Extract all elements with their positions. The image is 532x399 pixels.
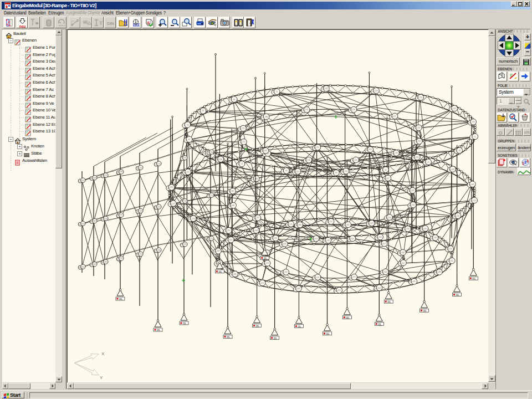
svg-text:S: S	[147, 21, 150, 25]
svg-text:712: 712	[136, 254, 139, 256]
svg-text:529: 529	[370, 222, 374, 224]
svg-text:697: 697	[117, 258, 120, 260]
svg-text:502: 502	[227, 239, 229, 242]
svg-text:361: 361	[347, 224, 350, 226]
svg-text:256: 256	[274, 237, 278, 239]
svg-text:544: 544	[431, 238, 434, 240]
svg-text:305: 305	[264, 150, 268, 152]
svg-text:432: 432	[448, 260, 451, 263]
svg-text:193: 193	[305, 109, 309, 111]
svg-text:180: 180	[239, 128, 242, 130]
svg-text:348: 348	[409, 204, 412, 207]
svg-text:453: 453	[375, 288, 378, 290]
svg-text:571: 571	[352, 276, 356, 278]
svg-text:214: 214	[417, 127, 421, 129]
svg-text:201: 201	[350, 109, 352, 111]
svg-text:474: 474	[258, 283, 261, 285]
svg-text:221: 221	[473, 200, 476, 202]
svg-text:306: 306	[262, 150, 264, 152]
svg-text:95: 95	[276, 91, 278, 93]
svg-text:82: 82	[200, 111, 201, 113]
svg-text:522: 522	[330, 221, 333, 223]
svg-text:32: 32	[385, 169, 387, 171]
svg-text:404: 404	[294, 171, 296, 173]
svg-text:144: 144	[395, 152, 398, 154]
svg-text:228: 228	[457, 215, 460, 217]
svg-text:25: 25	[427, 161, 429, 163]
svg-text:676: 676	[104, 218, 108, 220]
svg-text:726: 726	[157, 249, 161, 252]
svg-text:536: 536	[406, 228, 410, 230]
svg-text:68: 68	[186, 139, 187, 141]
svg-text:736: 736	[183, 200, 187, 202]
svg-text:466: 466	[297, 288, 300, 290]
svg-text:642: 642	[79, 180, 81, 182]
svg-text:DIN: DIN	[107, 21, 114, 26]
svg-text:746: 746	[210, 151, 213, 154]
svg-text:523: 523	[327, 221, 330, 223]
svg-text:Y: Y	[100, 375, 103, 380]
svg-text:661: 661	[93, 220, 96, 222]
svg-text:424: 424	[411, 190, 415, 192]
svg-text:236: 236	[421, 228, 424, 231]
svg-text:67: 67	[188, 139, 191, 141]
svg-text:488: 488	[216, 263, 218, 265]
svg-text:X: X	[101, 351, 105, 356]
svg-text:459: 459	[338, 289, 341, 291]
svg-text:270: 270	[192, 218, 195, 220]
svg-text:667: 667	[90, 264, 93, 266]
svg-text:271: 271	[189, 218, 192, 221]
svg-text:473: 473	[261, 282, 264, 284]
svg-text:187: 187	[262, 116, 265, 119]
svg-text:264: 264	[224, 231, 227, 233]
svg-text:326: 326	[416, 156, 419, 158]
svg-text:123: 123	[453, 108, 456, 110]
svg-text:313: 313	[314, 147, 316, 149]
svg-text:635: 635	[398, 252, 401, 254]
svg-text:neu: neu	[19, 24, 26, 28]
svg-text:341: 341	[468, 184, 471, 186]
svg-text:757: 757	[207, 238, 210, 241]
svg-text:158: 158	[308, 159, 311, 161]
svg-text:298: 298	[219, 158, 223, 161]
svg-text:641: 641	[81, 180, 85, 182]
svg-text:327: 327	[413, 157, 416, 159]
svg-text:652: 652	[79, 267, 81, 269]
svg-text:299: 299	[217, 159, 219, 161]
svg-text:103: 103	[322, 88, 325, 90]
svg-text:672: 672	[101, 175, 104, 177]
svg-text:439: 439	[435, 272, 438, 274]
svg-text:732: 732	[181, 157, 183, 160]
svg-text:741: 741	[183, 243, 187, 245]
svg-text:681: 681	[104, 261, 108, 263]
svg-text:194: 194	[303, 110, 305, 112]
svg-text:179: 179	[242, 127, 245, 130]
svg-text:DW: DW	[524, 62, 528, 65]
svg-text:620: 620	[351, 238, 355, 240]
svg-text:229: 229	[454, 216, 457, 218]
svg-text:662: 662	[90, 221, 93, 223]
svg-text:438: 438	[438, 271, 441, 273]
svg-text:278: 278	[169, 203, 172, 206]
svg-text:656: 656	[93, 177, 96, 179]
svg-text:46: 46	[285, 170, 288, 172]
svg-text:102: 102	[325, 88, 328, 90]
svg-text:138: 138	[415, 141, 418, 143]
svg-text:607: 607	[280, 244, 283, 246]
svg-text:627: 627	[383, 243, 386, 245]
svg-text:263: 263	[227, 229, 231, 232]
svg-text:628: 628	[380, 243, 383, 245]
svg-text:117: 117	[417, 97, 420, 99]
svg-text:425: 425	[408, 190, 411, 192]
svg-text:257: 257	[272, 238, 274, 240]
svg-text:222: 222	[470, 200, 473, 202]
svg-text:403: 403	[296, 171, 300, 173]
svg-text:208: 208	[391, 116, 393, 118]
svg-text:333: 333	[451, 168, 454, 171]
svg-text:564: 564	[384, 271, 387, 273]
svg-text:61: 61	[204, 153, 206, 155]
svg-text:586: 586	[282, 272, 284, 274]
svg-text:621: 621	[349, 238, 351, 241]
svg-text:696: 696	[120, 257, 123, 259]
svg-text:572: 572	[350, 277, 352, 279]
